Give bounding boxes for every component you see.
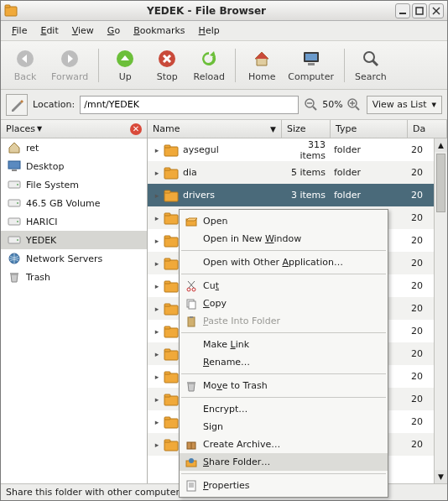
places-list: retDesktopFile System46.5 GB VolumeHARIC… <box>1 138 147 483</box>
expander-icon[interactable]: ▸ <box>151 350 163 358</box>
expander-icon[interactable]: ▸ <box>151 441 163 449</box>
sidebar-item-file-system[interactable]: File System <box>1 175 147 194</box>
close-button[interactable] <box>429 3 444 18</box>
menu-bookmarks[interactable]: Bookmarks <box>128 23 190 38</box>
context-item-create-archive[interactable]: Create Archive… <box>180 436 388 453</box>
col-type[interactable]: Type <box>331 120 408 138</box>
sidebar-item-yedek[interactable]: YEDEK <box>1 231 147 249</box>
context-item-make-link[interactable]: Make Link <box>180 336 388 353</box>
sidebar-item-46-5-gb-volume[interactable]: 46.5 GB Volume <box>1 194 147 212</box>
toolbar: Back Forward Up Stop Reload Home Compute… <box>1 41 447 90</box>
context-item-properties[interactable]: Properties <box>180 477 388 494</box>
expander-icon[interactable]: ▸ <box>151 282 163 290</box>
close-panel-icon[interactable]: ✕ <box>130 123 142 135</box>
sidebar-item-desktop[interactable]: Desktop <box>1 157 147 175</box>
folder-icon <box>163 278 180 295</box>
context-separator <box>181 250 386 251</box>
back-button[interactable]: Back <box>4 47 46 84</box>
expander-icon[interactable]: ▸ <box>151 373 163 381</box>
forward-button[interactable]: Forward <box>46 47 93 84</box>
scroll-thumb[interactable] <box>436 154 445 212</box>
menu-file[interactable]: File <box>6 23 33 38</box>
expander-icon[interactable]: ▸ <box>151 237 163 245</box>
app-icon <box>4 4 18 18</box>
share-icon <box>183 457 200 468</box>
file-date: 20 <box>408 212 434 223</box>
context-separator <box>181 332 386 333</box>
col-date[interactable]: Da <box>408 120 447 138</box>
expander-icon[interactable]: ▸ <box>151 305 163 313</box>
context-item-share-folder[interactable]: Share Folder… <box>180 453 388 471</box>
menu-edit[interactable]: Edit <box>34 23 64 38</box>
col-size[interactable]: Size <box>282 120 331 138</box>
table-row[interactable]: ▸dia5 itemsfolder20 <box>148 161 434 184</box>
minimize-button[interactable] <box>395 3 410 18</box>
expander-icon[interactable]: ▸ <box>151 259 163 268</box>
sidebar-item-network-servers[interactable]: Network Servers <box>1 249 147 268</box>
context-item-label: Open in New Window <box>200 233 301 244</box>
titlebar: YEDEK - File Browser <box>1 1 447 21</box>
expander-icon[interactable]: ▸ <box>151 191 163 200</box>
copy-icon <box>183 298 200 310</box>
svg-point-27 <box>17 184 18 185</box>
folder-icon <box>163 187 180 204</box>
expander-icon[interactable]: ▸ <box>151 395 163 404</box>
stop-button[interactable]: Stop <box>146 47 188 84</box>
context-item-encrypt[interactable]: Encrypt… <box>180 400 388 418</box>
location-input[interactable] <box>80 96 299 114</box>
file-size: 3 items <box>282 190 331 201</box>
drive-icon <box>8 233 21 247</box>
col-name[interactable]: Name▼ <box>148 120 282 138</box>
menu-help[interactable]: Help <box>193 23 226 38</box>
view-as-select[interactable]: View as List ▾ <box>367 96 442 114</box>
table-row[interactable]: ▸drivers3 itemsfolder20 <box>148 184 434 206</box>
zoom-in-icon[interactable] <box>346 97 362 112</box>
context-item-sign[interactable]: Sign <box>180 418 388 436</box>
file-date: 20 <box>408 144 434 155</box>
svg-rect-56 <box>164 373 178 383</box>
table-row[interactable]: ▸aysegul313 itemsfolder20 <box>148 138 434 161</box>
search-button[interactable]: Search <box>350 47 392 84</box>
svg-rect-72 <box>190 316 193 318</box>
up-button[interactable]: Up <box>104 47 146 84</box>
context-item-rename[interactable]: Rename… <box>180 353 388 371</box>
context-item-open[interactable]: Open <box>180 212 388 230</box>
scroll-up-icon[interactable]: ▲ <box>435 138 447 152</box>
folder-icon <box>163 142 180 159</box>
context-item-open-in-new-window[interactable]: Open in New Window <box>180 230 388 248</box>
expander-icon[interactable]: ▸ <box>151 327 163 336</box>
menu-go[interactable]: Go <box>102 23 126 38</box>
svg-point-65 <box>187 288 190 291</box>
expander-icon[interactable]: ▸ <box>151 146 163 154</box>
sidebar-item-trash[interactable]: Trash <box>1 268 147 286</box>
scroll-down-icon[interactable]: ▼ <box>435 470 447 483</box>
vertical-scrollbar[interactable]: ▲ ▼ <box>434 138 447 483</box>
file-name: dia <box>183 167 197 178</box>
file-date: 20 <box>408 394 434 404</box>
reload-button[interactable]: Reload <box>188 47 230 84</box>
folder-icon <box>163 436 180 453</box>
context-item-open-with-other-application[interactable]: Open with Other Application… <box>180 253 388 271</box>
chevron-down-icon[interactable]: ▼ <box>37 125 42 133</box>
context-item-label: Cut <box>200 280 219 291</box>
svg-rect-53 <box>164 326 170 329</box>
paste-icon <box>183 316 200 327</box>
context-item-move-to-trash[interactable]: Move to Trash <box>180 377 388 394</box>
sidebar-item-harici[interactable]: HARICI <box>1 212 147 231</box>
computer-button[interactable]: Computer <box>283 47 339 84</box>
svg-rect-48 <box>164 283 178 292</box>
sidebar-item-ret[interactable]: ret <box>1 138 147 157</box>
context-item-label: Open <box>200 216 227 227</box>
expander-icon[interactable]: ▸ <box>151 169 163 177</box>
context-item-copy[interactable]: Copy <box>180 295 388 312</box>
edit-path-toggle[interactable] <box>6 94 28 116</box>
menu-view[interactable]: View <box>66 23 100 38</box>
expander-icon[interactable]: ▸ <box>151 214 163 222</box>
maximize-button[interactable] <box>412 3 427 18</box>
context-item-cut[interactable]: Cut <box>180 277 388 295</box>
svg-rect-61 <box>164 417 170 420</box>
expander-icon[interactable]: ▸ <box>151 418 163 426</box>
home-button[interactable]: Home <box>241 47 283 84</box>
zoom-out-icon[interactable] <box>304 97 319 112</box>
reload-icon <box>199 49 219 69</box>
